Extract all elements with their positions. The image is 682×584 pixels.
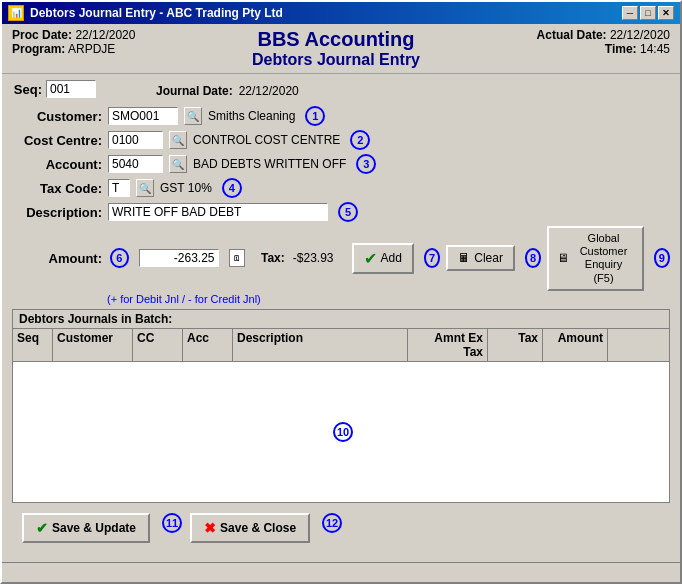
header-left: Proc Date: 22/12/2020 Program: ARPDJE xyxy=(12,28,135,56)
tax-code-input[interactable] xyxy=(108,179,130,197)
badge-12: 12 xyxy=(322,513,342,533)
col-amount: Amount xyxy=(543,329,608,361)
cost-centre-name: CONTROL COST CENTRE xyxy=(193,133,340,147)
credit-note: (+ for Debit Jnl / - for Credit Jnl) xyxy=(107,293,670,305)
save-update-label: Save & Update xyxy=(52,521,136,535)
actual-date-row: Actual Date: 22/12/2020 xyxy=(537,28,670,42)
header-right: Actual Date: 22/12/2020 Time: 14:45 xyxy=(537,28,670,56)
save-close-button[interactable]: ✖ Save & Close xyxy=(190,513,310,543)
account-row: Account: 🔍 BAD DEBTS WRITTEN OFF 3 xyxy=(12,154,670,174)
badge-10: 10 xyxy=(333,422,353,442)
amount-input[interactable] xyxy=(139,249,219,267)
save-close-label: Save & Close xyxy=(220,521,296,535)
col-description: Description xyxy=(233,329,408,361)
window-title: Debtors Journal Entry - ABC Trading Pty … xyxy=(30,6,283,20)
badge-2: 2 xyxy=(350,130,370,150)
calculator-icon: 🗓 xyxy=(229,249,246,267)
account-label: Account: xyxy=(12,157,102,172)
save-close-icon: ✖ xyxy=(204,520,216,536)
badge-9: 9 xyxy=(654,248,670,268)
app-title: BBS Accounting xyxy=(252,28,420,51)
seq-input[interactable] xyxy=(46,80,96,98)
badge-3: 3 xyxy=(356,154,376,174)
minimize-button[interactable]: ─ xyxy=(622,6,638,20)
global-enquiry-icon: 🖥 xyxy=(557,251,569,265)
badge-6: 6 xyxy=(110,248,129,268)
program-label: Program: xyxy=(12,42,65,56)
cost-centre-search-button[interactable]: 🔍 xyxy=(169,131,187,149)
content-area: Seq: Journal Date: 22/12/2020 Customer: … xyxy=(2,74,680,562)
col-amnt-ex-tax: Amnt Ex Tax xyxy=(408,329,488,361)
proc-date-row: Proc Date: 22/12/2020 xyxy=(12,28,135,42)
table-body: 10 xyxy=(13,362,669,502)
maximize-button[interactable]: □ xyxy=(640,6,656,20)
tax-code-desc: GST 10% xyxy=(160,181,212,195)
tax-code-search-button[interactable]: 🔍 xyxy=(136,179,154,197)
global-enquiry-button[interactable]: 🖥 Global CustomerEnquiry (F5) xyxy=(547,226,643,291)
program-row: Program: ARPDJE xyxy=(12,42,135,56)
badge-8: 8 xyxy=(525,248,541,268)
actual-date-label: Actual Date: xyxy=(537,28,607,42)
main-window: 📊 Debtors Journal Entry - ABC Trading Pt… xyxy=(0,0,682,584)
badge-1: 1 xyxy=(305,106,325,126)
tax-code-label: Tax Code: xyxy=(12,181,102,196)
time-label: Time: xyxy=(605,42,637,56)
tax-value: -$23.93 xyxy=(293,251,334,265)
actual-date-value: 22/12/2020 xyxy=(610,28,670,42)
batch-title: Debtors Journals in Batch: xyxy=(13,310,669,329)
amount-label: Amount: xyxy=(12,251,102,266)
batch-title-text: Debtors Journals in Batch: xyxy=(19,312,172,326)
col-cc: CC xyxy=(133,329,183,361)
col-customer: Customer xyxy=(53,329,133,361)
clear-icon: 🖩 xyxy=(458,251,470,265)
close-button[interactable]: ✕ xyxy=(658,6,674,20)
table-header: Seq Customer CC Acc Description Amnt Ex … xyxy=(13,329,669,362)
clear-label: Clear xyxy=(474,251,503,265)
col-tax: Tax xyxy=(488,329,543,361)
account-search-button[interactable]: 🔍 xyxy=(169,155,187,173)
customer-name: Smiths Cleaning xyxy=(208,109,295,123)
cost-centre-input[interactable] xyxy=(108,131,163,149)
badge-4: 4 xyxy=(222,178,242,198)
app-icon: 📊 xyxy=(8,5,24,21)
add-button[interactable]: ✔ Add xyxy=(352,243,414,274)
tax-code-row: Tax Code: 🔍 GST 10% 4 xyxy=(12,178,670,198)
description-input[interactable] xyxy=(108,203,328,221)
col-seq: Seq xyxy=(13,329,53,361)
program-value: ARPDJE xyxy=(68,42,115,56)
badge-5: 5 xyxy=(338,202,358,222)
title-controls: ─ □ ✕ xyxy=(622,6,674,20)
account-name: BAD DEBTS WRITTEN OFF xyxy=(193,157,346,171)
status-bar xyxy=(2,562,680,582)
time-value: 14:45 xyxy=(640,42,670,56)
customer-search-button[interactable]: 🔍 xyxy=(184,107,202,125)
cost-centre-label: Cost Centre: xyxy=(12,133,102,148)
proc-date-label: Proc Date: xyxy=(12,28,72,42)
proc-date-value: 22/12/2020 xyxy=(75,28,135,42)
batch-section: Debtors Journals in Batch: Seq Customer … xyxy=(12,309,670,503)
account-input[interactable] xyxy=(108,155,163,173)
customer-code-input[interactable] xyxy=(108,107,178,125)
description-row: Description: 5 xyxy=(12,202,670,222)
col-acc: Acc xyxy=(183,329,233,361)
seq-row: Seq: Journal Date: 22/12/2020 xyxy=(12,80,670,102)
clear-button[interactable]: 🖩 Clear xyxy=(446,245,515,271)
add-label: Add xyxy=(381,251,402,265)
amount-row: Amount: 6 🗓 Tax: -$23.93 ✔ Add 7 🖩 Clear… xyxy=(12,226,670,291)
journal-date-value: 22/12/2020 xyxy=(239,84,299,98)
bottom-buttons: ✔ Save & Update 11 ✖ Save & Close 12 xyxy=(12,509,670,547)
header-section: Proc Date: 22/12/2020 Program: ARPDJE BB… xyxy=(2,24,680,74)
save-update-button[interactable]: ✔ Save & Update xyxy=(22,513,150,543)
tax-label: Tax: xyxy=(261,251,285,265)
cost-centre-row: Cost Centre: 🔍 CONTROL COST CENTRE 2 xyxy=(12,130,670,150)
seq-field-row: Seq: xyxy=(12,80,96,98)
global-enquiry-label: Global CustomerEnquiry (F5) xyxy=(573,232,633,285)
credit-note-text: (+ for Debit Jnl / - for Credit Jnl) xyxy=(107,293,261,305)
journal-date-label: Journal Date: xyxy=(156,84,233,98)
app-subtitle: Debtors Journal Entry xyxy=(252,51,420,69)
table-empty-area: 10 xyxy=(13,362,669,502)
title-bar: 📊 Debtors Journal Entry - ABC Trading Pt… xyxy=(2,2,680,24)
header-center: BBS Accounting Debtors Journal Entry xyxy=(252,28,420,69)
title-bar-left: 📊 Debtors Journal Entry - ABC Trading Pt… xyxy=(8,5,283,21)
action-buttons: ✔ Add 7 🖩 Clear 8 🖥 Global CustomerEnqui… xyxy=(352,226,671,291)
